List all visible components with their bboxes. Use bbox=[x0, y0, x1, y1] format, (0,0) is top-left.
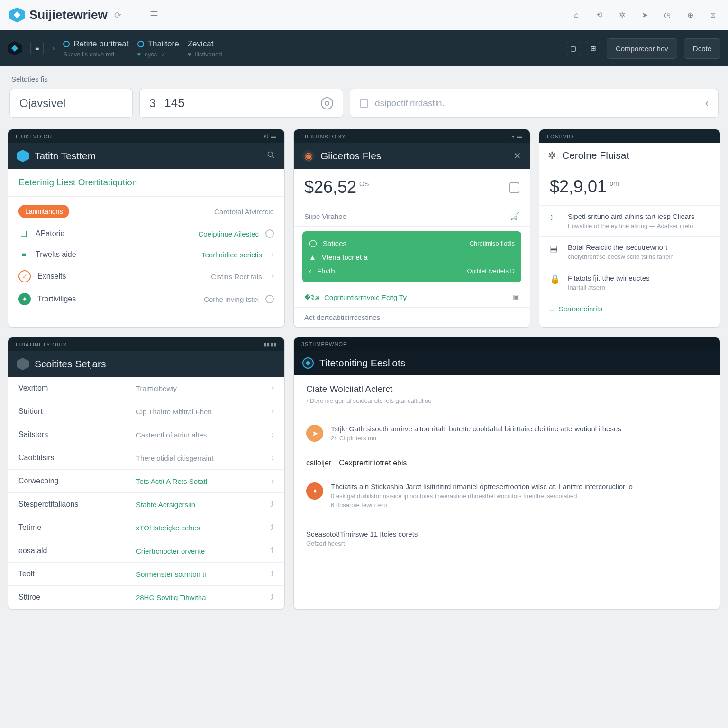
card-top-label: LONIIVIO⋯ bbox=[539, 129, 720, 143]
table-row[interactable]: CorwecoingTets Actit A Rets Sotatl› bbox=[8, 470, 284, 493]
svg-point-0 bbox=[268, 152, 273, 156]
table-row[interactable]: TetirnexTOl Isteriçke cehes⤴ bbox=[8, 516, 284, 539]
dcote-button[interactable]: Dcote bbox=[684, 38, 720, 59]
globe-icon[interactable]: ⊕ bbox=[684, 9, 696, 21]
chevron-right-icon: › bbox=[272, 454, 274, 462]
info-item[interactable]: ⫾Sipetl srituno aird aihins tart iesp Cl… bbox=[539, 206, 720, 237]
tab-thailtore[interactable]: Thailtore ♥sycs✓ bbox=[137, 39, 179, 58]
compose-button[interactable]: Comporceor hov bbox=[607, 38, 677, 59]
warn-icon: ▲ bbox=[309, 253, 316, 261]
search-icon[interactable] bbox=[266, 150, 276, 162]
card-header: Titetoniting Eesliots bbox=[294, 351, 720, 375]
chevron-right-icon: › bbox=[272, 407, 274, 416]
app-name: Suijietewriew bbox=[29, 8, 108, 22]
list-item[interactable]: LaninitarionsCaretotal Atviretcid bbox=[8, 200, 284, 223]
feed-item[interactable]: ✦ Thciatits aln Stidkashia Jaret lisitir… bbox=[294, 475, 720, 518]
layout-icon[interactable]: ⊞ bbox=[587, 42, 600, 55]
check-circle-icon bbox=[18, 270, 31, 282]
card-cerolne: LONIIVIO⋯ ✲ Cerolne Fluisat $2,9,01 om ⫾… bbox=[539, 129, 720, 328]
list-item[interactable]: ≡Trwelts aideTearl aidied serictis› bbox=[8, 244, 284, 265]
signal-icon: ▾⁞ ▬ bbox=[264, 133, 277, 139]
heart-icon: ♥ bbox=[188, 51, 191, 58]
hex-icon bbox=[17, 150, 29, 162]
card-header: Scoitites Setjars bbox=[8, 351, 284, 377]
filter-icon[interactable]: ⧖ bbox=[707, 9, 719, 21]
chevron-left-icon[interactable]: ‹ bbox=[705, 97, 709, 109]
doc-icon: ❏ bbox=[18, 228, 29, 239]
ring-icon bbox=[302, 357, 314, 369]
tab-retirie[interactable]: Retirie puritreat Skove lis coive reti bbox=[63, 39, 128, 58]
table-row[interactable]: StesperctitaliaonsStahte Aersigersiin⤴ bbox=[8, 493, 284, 516]
share-icon: ⤴ bbox=[270, 593, 274, 601]
card-header: Tatitn Testtem bbox=[8, 143, 284, 169]
chevron-right-icon: › bbox=[272, 477, 274, 485]
feed-label-row: csiloijerCexprertirliotret ebis bbox=[294, 451, 720, 475]
card-top-label: LIEKTINSTO 3Y◂ ▬ bbox=[294, 129, 530, 143]
list-toggle-icon[interactable]: ≡ bbox=[30, 42, 44, 55]
card-tetoniting: 3STIIMPEWNOR Titetoniting Eesliots Ciate… bbox=[293, 337, 720, 610]
send-icon[interactable]: ➤ bbox=[639, 9, 650, 21]
close-icon[interactable]: ✕ bbox=[513, 150, 521, 162]
cards-row-1: ILOKTVO GR▾⁞ ▬ Tatitn Testtem Eeterinig … bbox=[0, 129, 728, 328]
filter-row: Ojavsivel 3 145 dsipoctifirirdastin. ‹ bbox=[0, 86, 728, 129]
green-row[interactable]: ▲Vteria tocnet a bbox=[309, 250, 515, 264]
chevron-right-icon[interactable]: › bbox=[52, 44, 55, 53]
gears-icon[interactable]: ✲ bbox=[616, 9, 628, 21]
sync-icon[interactable]: ⟲ bbox=[593, 9, 605, 21]
green-panel: ◯SatieesChretimiso flotils ▲Vteria tocne… bbox=[302, 231, 521, 282]
card-list: LaninitarionsCaretotal Atviretcid ❏APato… bbox=[8, 197, 284, 313]
section-label: Seltoties fis bbox=[0, 66, 728, 86]
cart-icon[interactable]: 🛒 bbox=[510, 212, 519, 220]
chevron-right-icon: › bbox=[272, 430, 274, 439]
battery-icon: ▮▮▮▮ bbox=[264, 341, 277, 347]
ring-icon bbox=[63, 41, 70, 47]
list-item[interactable]: ExnseltsCistins Rect tals› bbox=[8, 265, 284, 288]
activity-feed: ➤ Tstjle Gath sisocth anrirve aitoo rita… bbox=[294, 413, 720, 522]
table-row[interactable]: VexritomTraitticibewiy› bbox=[8, 377, 284, 400]
green-row[interactable]: ‹FhvthOpifitet fvertets D bbox=[309, 264, 515, 278]
footer-text: Act derteabticirrcestines bbox=[294, 308, 530, 327]
chevron-right-icon: › bbox=[272, 384, 274, 392]
table-row[interactable]: StritiortCip Thairte Mititral Fhen› bbox=[8, 400, 284, 423]
filter-search[interactable]: dsipoctifirirdastin. ‹ bbox=[350, 89, 719, 118]
info-item[interactable]: ▤Botal Reaictic the isecutrewnortcholytr… bbox=[539, 237, 720, 267]
table-row[interactable]: CaobtitsirsThere otidial citisgerraint› bbox=[8, 446, 284, 470]
menu-icon[interactable]: ☰ bbox=[150, 9, 158, 21]
expand-icon[interactable] bbox=[509, 182, 519, 193]
table-row[interactable]: Sttiroe28HG Sovitig Tihwitha⤴ bbox=[8, 586, 284, 609]
clock-icon[interactable]: ◷ bbox=[662, 9, 673, 21]
list-item[interactable]: ✦TrortiviligesCorhe inving tstei bbox=[8, 288, 284, 310]
link-row[interactable]: �லேCoprituntisrrnvoic Ecitg Ty▣ bbox=[294, 287, 530, 308]
card-header: ◉ Giicertos Fles ✕ bbox=[294, 143, 530, 169]
share-icon: ⤴ bbox=[270, 500, 274, 509]
settings-table: VexritomTraitticibewiy› StritiortCip Tha… bbox=[8, 377, 284, 609]
context-logo-icon[interactable] bbox=[8, 41, 22, 55]
app-logo[interactable]: Suijietewriew bbox=[9, 8, 108, 23]
dots-icon[interactable]: ⋯ bbox=[707, 133, 712, 139]
list-item[interactable]: ❏APatorieCoeiptinue Ailestec bbox=[8, 223, 284, 244]
tag-icon: ▣ bbox=[513, 293, 519, 301]
avatar-icon: ✦ bbox=[306, 482, 323, 500]
window-icon[interactable]: ▢ bbox=[567, 42, 580, 55]
footer-link[interactable]: ≡Searsoreinrits bbox=[539, 298, 720, 319]
table-row[interactable]: TeoltSormenster sotrntori ti⤴ bbox=[8, 563, 284, 586]
filter-counter[interactable]: 3 145 bbox=[139, 89, 343, 118]
green-row[interactable]: ◯SatieesChretimiso flotils bbox=[309, 236, 515, 250]
info-item[interactable]: 🔒Fitatots fji. tthe twirieuctesInartall … bbox=[539, 267, 720, 298]
table-row[interactable]: eosataldCriertrcnocter orvente⤴ bbox=[8, 539, 284, 563]
feed-item[interactable]: ➤ Tstjle Gath sisocth anrirve aitoo rita… bbox=[294, 417, 720, 451]
refresh-icon[interactable]: ⟳ bbox=[114, 10, 121, 20]
card-subtitle: Eeterinig Liest Orertitatiqution bbox=[8, 169, 284, 197]
link-icon: ≡ bbox=[550, 305, 554, 313]
list-icon: ≡ bbox=[18, 249, 29, 260]
table-row[interactable]: SaitstersCasterctl of atriut altes› bbox=[8, 423, 284, 446]
chart-icon: ⫾ bbox=[550, 212, 561, 229]
card-icon: ▤ bbox=[550, 243, 561, 260]
filter-objective[interactable]: Ojavsivel bbox=[9, 89, 133, 118]
home-icon[interactable]: ⌂ bbox=[571, 9, 582, 21]
price-row: $2,9,01 om bbox=[539, 168, 720, 206]
card-header: ✲ Cerolne Fluisat bbox=[539, 143, 720, 168]
card-gicertos: LIEKTINSTO 3Y◂ ▬ ◉ Giicertos Fles ✕ $26,… bbox=[293, 129, 530, 328]
circle-icon bbox=[265, 229, 274, 238]
tab-zevicat[interactable]: Zevicat ♥lilstivoned bbox=[188, 39, 222, 58]
